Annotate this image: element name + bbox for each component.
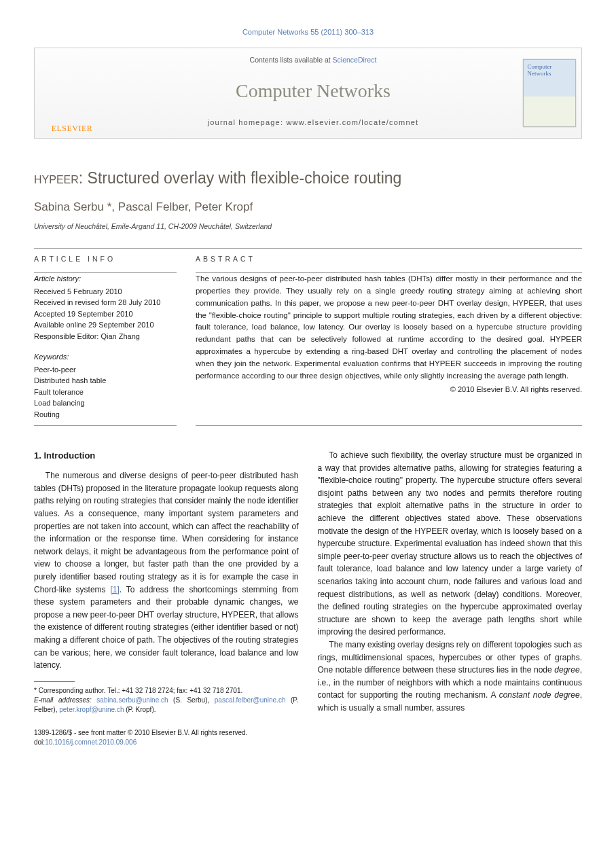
keyword: Load balancing	[34, 397, 177, 409]
journal-homepage: journal homepage: www.elsevier.com/locat…	[116, 118, 510, 128]
contents-line: Contents lists available at ScienceDirec…	[116, 55, 510, 65]
history-item: Received in revised form 28 July 2010	[34, 297, 177, 308]
article-info-label: article info	[34, 254, 177, 264]
contents-prefix: Contents lists available at	[250, 56, 333, 64]
emphasis: degree	[554, 665, 579, 675]
author-list: Sabina Serbu *, Pascal Felber, Peter Kro…	[34, 199, 582, 216]
citation-header: Computer Networks 55 (2011) 300–313	[34, 27, 582, 38]
keyword: Routing	[34, 409, 177, 420]
author-email-link[interactable]: sabina.serbu@unine.ch	[96, 696, 168, 704]
history-item: Available online 29 September 2010	[34, 319, 177, 331]
title-rest: : Structured overlay with flexible-choic…	[79, 169, 402, 187]
affiliation: University of Neuchâtel, Emile-Argand 11…	[34, 221, 582, 232]
email-who: (S. Serbu),	[168, 696, 215, 704]
doi-link[interactable]: 10.1016/j.comnet.2010.09.006	[45, 738, 137, 746]
keywords-block: Keywords: Peer-to-peer Distributed hash …	[34, 351, 177, 420]
cover-title-text: Computer Networks	[528, 64, 571, 77]
abstract-text: The various designs of peer-to-peer dist…	[196, 273, 582, 382]
body-paragraph: The many existing overlay designs rely o…	[318, 639, 583, 715]
article-body: 1. Introduction The numerous and diverse…	[34, 449, 582, 715]
banner-center: Contents lists available at ScienceDirec…	[109, 48, 517, 138]
front-matter-footer: 1389-1286/$ - see front matter © 2010 El…	[34, 728, 582, 747]
section-heading: 1. Introduction	[34, 449, 299, 463]
journal-cover-icon: Computer Networks	[523, 59, 576, 127]
email-who: (P. Kropf).	[124, 706, 156, 713]
issn-copyright: 1389-1286/$ - see front matter © 2010 El…	[34, 728, 582, 738]
history-item: Received 5 February 2010	[34, 286, 177, 298]
keyword: Distributed hash table	[34, 375, 177, 387]
article-info-column: article info Article history: Received 5…	[34, 254, 177, 420]
journal-name: Computer Networks	[116, 77, 510, 105]
keyword: Peer-to-peer	[34, 364, 177, 376]
citation-link[interactable]: [1]	[110, 585, 119, 594]
sciencedirect-link[interactable]: ScienceDirect	[333, 56, 377, 64]
keywords-heading: Keywords:	[34, 351, 177, 363]
emphasis: constant node degree	[499, 690, 580, 700]
text-run: The numerous and diverse designs of peer…	[34, 471, 299, 594]
history-item: Accepted 19 September 2010	[34, 308, 177, 320]
body-paragraph: The numerous and diverse designs of peer…	[34, 469, 299, 672]
history-item: Responsible Editor: Qian Zhang	[34, 331, 177, 342]
journal-banner: ELSEVIER Contents lists available at Sci…	[34, 48, 582, 139]
author-email-link[interactable]: peter.kropf@unine.ch	[59, 706, 124, 713]
email-label: E-mail addresses:	[34, 696, 92, 704]
abstract-label: abstract	[196, 254, 582, 264]
publisher-block: ELSEVIER	[35, 48, 109, 138]
divider	[196, 425, 582, 426]
article-history: Article history: Received 5 February 201…	[34, 273, 177, 342]
footnotes: * Corresponding author. Tel.: +41 32 718…	[34, 681, 299, 715]
cover-thumb-wrap: Computer Networks	[517, 48, 581, 138]
publisher-label: ELSEVIER	[52, 123, 93, 135]
article-title: hypeer: Structured overlay with flexible…	[34, 167, 582, 190]
abstract-copyright: © 2010 Elsevier B.V. All rights reserved…	[196, 384, 582, 395]
title-system-name: hypeer	[34, 169, 79, 187]
keyword: Fault tolerance	[34, 387, 177, 398]
doi-label: doi:	[34, 738, 45, 746]
email-addresses: E-mail addresses: sabina.serbu@unine.ch …	[34, 696, 299, 715]
corresponding-author-note: * Corresponding author. Tel.: +41 32 718…	[34, 686, 299, 696]
divider	[34, 425, 177, 426]
body-paragraph: To achieve such flexibility, the overlay…	[318, 449, 583, 639]
author-email-link[interactable]: pascal.felber@unine.ch	[215, 696, 286, 704]
abstract-column: abstract The various designs of peer-to-…	[196, 254, 582, 420]
text-run: . To address the shortcomings stemming f…	[34, 585, 299, 670]
doi-line: doi:10.1016/j.comnet.2010.09.006	[34, 738, 582, 747]
footnote-rule	[34, 681, 75, 682]
divider	[34, 248, 582, 249]
text-run: The many existing overlay designs rely o…	[318, 640, 583, 675]
history-heading: Article history:	[34, 273, 177, 285]
